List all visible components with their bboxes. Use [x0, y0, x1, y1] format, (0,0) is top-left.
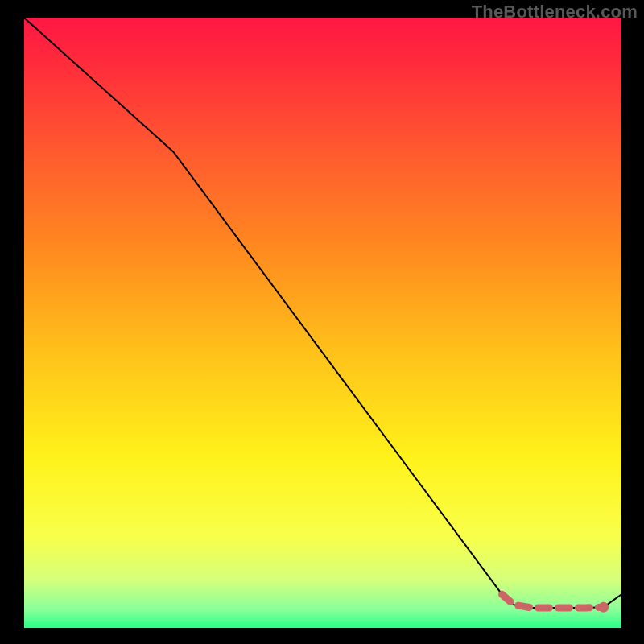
chart-svg [0, 0, 644, 644]
chart-stage: TheBottleneck.com [0, 0, 644, 644]
chart-end-dot [598, 602, 609, 613]
watermark-text: TheBottleneck.com [472, 2, 638, 23]
chart-plot-bg [24, 18, 621, 628]
